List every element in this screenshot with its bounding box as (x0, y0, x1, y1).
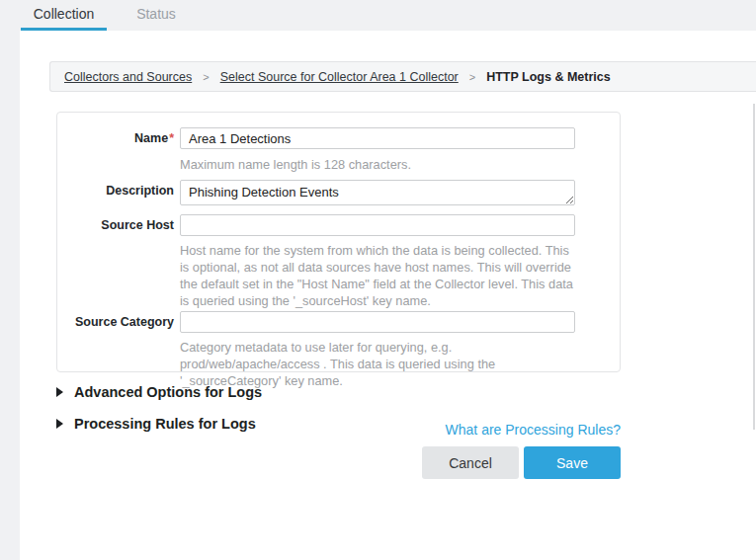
source-category-row: Source Category (57, 311, 575, 333)
breadcrumb-current-page: HTTP Logs & Metrics (486, 70, 610, 84)
advanced-options-toggle[interactable]: Advanced Options for Logs (56, 384, 262, 400)
source-category-label: Source Category (57, 311, 174, 333)
breadcrumb-separator-icon: > (469, 71, 475, 83)
name-field-wrap (180, 127, 575, 149)
breadcrumb: Collectors and Sources > Select Source f… (49, 61, 756, 92)
description-field-wrap: Phishing Detection Events (180, 180, 575, 209)
source-category-helper-text: Category metadata to use later for query… (180, 339, 579, 389)
source-host-input[interactable] (180, 214, 575, 236)
main-content-panel: Collectors and Sources > Select Source f… (20, 31, 756, 560)
name-helper-text: Maximum name length is 128 characters. (180, 156, 579, 173)
scrollbar[interactable] (753, 104, 755, 430)
description-label: Description (57, 180, 174, 209)
triangle-right-icon (56, 419, 63, 429)
source-host-field-wrap (180, 214, 575, 236)
name-input[interactable] (180, 127, 575, 149)
required-asterisk: * (169, 131, 174, 145)
save-button[interactable]: Save (524, 446, 621, 479)
name-label: Name* (57, 127, 174, 149)
advanced-options-label: Advanced Options for Logs (74, 384, 262, 400)
processing-rules-toggle[interactable]: Processing Rules for Logs (56, 416, 256, 432)
source-category-field-wrap (180, 311, 575, 333)
source-category-input[interactable] (180, 311, 575, 333)
source-host-label: Source Host (57, 214, 174, 236)
triangle-right-icon (56, 387, 63, 397)
source-host-helper-text: Host name for the system from which the … (180, 242, 579, 310)
name-label-text: Name (134, 131, 168, 145)
source-config-form: Name* Maximum name length is 128 charact… (56, 112, 621, 372)
name-row: Name* (57, 127, 575, 149)
what-are-processing-rules-link[interactable]: What are Processing Rules? (445, 422, 621, 438)
tab-bar: Collection Status (0, 0, 756, 31)
processing-rules-label: Processing Rules for Logs (74, 416, 256, 432)
description-input[interactable]: Phishing Detection Events (180, 180, 575, 205)
breadcrumb-collectors-and-sources[interactable]: Collectors and Sources (64, 70, 192, 84)
breadcrumb-select-source[interactable]: Select Source for Collector Area 1 Colle… (220, 70, 459, 84)
breadcrumb-separator-icon: > (203, 71, 209, 83)
tab-status[interactable]: Status (124, 0, 189, 31)
cancel-button[interactable]: Cancel (422, 446, 519, 479)
tab-collection[interactable]: Collection (21, 0, 107, 31)
source-host-row: Source Host (57, 214, 575, 236)
description-row: Description Phishing Detection Events (57, 180, 575, 209)
